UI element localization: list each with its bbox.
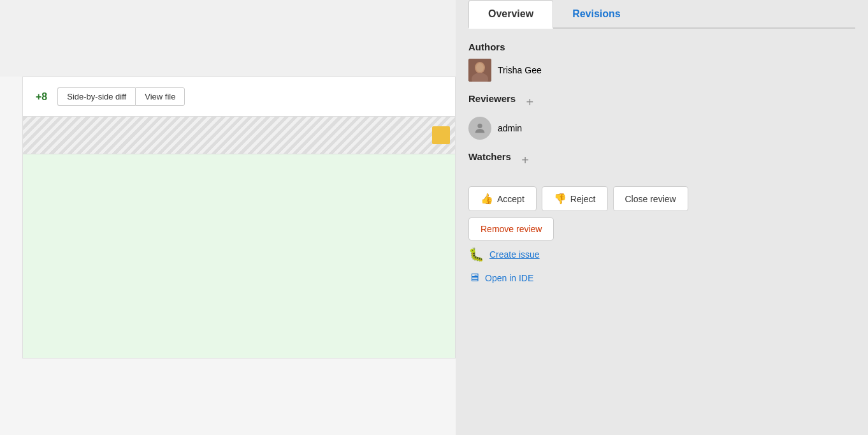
reject-button[interactable]: 👎 Reject: [542, 186, 608, 211]
authors-title: Authors: [468, 41, 855, 52]
watchers-header: Watchers +: [468, 151, 855, 168]
thumbs-up-icon: 👍: [481, 193, 493, 205]
reviewer-avatar: [468, 117, 491, 140]
authors-section: Authors Trisha Gee: [468, 41, 855, 82]
open-in-ide-link[interactable]: Open in IDE: [485, 273, 533, 283]
yellow-marker: [432, 126, 450, 144]
action-buttons-row1: 👍 Accept 👎 Reject Close review: [468, 186, 855, 211]
reviewers-title: Reviewers: [468, 93, 516, 104]
reviewer-row: admin: [468, 117, 855, 140]
side-by-side-diff-button[interactable]: Side-by-side diff: [57, 87, 135, 106]
thumbs-down-icon: 👎: [554, 193, 567, 205]
right-panel: Overview Revisions Authors Trisha Gee: [456, 0, 868, 435]
author-avatar-image: [468, 59, 491, 82]
diff-toolbar: +8 Side-by-side diff View file: [22, 77, 456, 116]
author-row: Trisha Gee: [468, 59, 855, 82]
close-review-button[interactable]: Close review: [613, 186, 688, 211]
tabs-bar: Overview Revisions: [468, 0, 855, 29]
bug-icon: 🐛: [468, 247, 484, 262]
left-panel: +8 Side-by-side diff View file: [0, 0, 456, 435]
svg-point-4: [477, 124, 482, 128]
author-name: Trisha Gee: [498, 65, 542, 75]
watchers-section: Watchers +: [468, 151, 855, 175]
remove-review-button[interactable]: Remove review: [468, 218, 554, 240]
reviewers-header: Reviewers +: [468, 93, 855, 110]
reviewer-name: admin: [498, 123, 522, 133]
reviewers-section: Reviewers + admin: [468, 93, 855, 140]
diff-count: +8: [36, 91, 47, 103]
tab-overview[interactable]: Overview: [468, 0, 553, 29]
green-diff-area: [22, 154, 456, 358]
author-avatar: [468, 59, 491, 82]
open-in-ide-row[interactable]: 🖥 Open in IDE: [468, 271, 855, 284]
accept-button[interactable]: 👍 Accept: [468, 186, 537, 211]
add-reviewer-button[interactable]: +: [522, 94, 537, 110]
create-issue-link[interactable]: Create issue: [489, 249, 540, 260]
left-top-area: [0, 0, 456, 77]
watchers-title: Watchers: [468, 151, 511, 162]
tab-revisions[interactable]: Revisions: [553, 1, 640, 27]
add-watcher-button[interactable]: +: [517, 152, 533, 168]
view-file-button[interactable]: View file: [135, 87, 185, 106]
user-icon: [473, 121, 487, 135]
action-buttons-row2: Remove review: [468, 218, 855, 240]
author-avatar-svg: [468, 59, 491, 82]
svg-point-3: [476, 63, 484, 72]
zigzag-area: [22, 116, 456, 154]
create-issue-row[interactable]: 🐛 Create issue: [468, 247, 855, 262]
monitor-icon: 🖥: [468, 271, 480, 284]
